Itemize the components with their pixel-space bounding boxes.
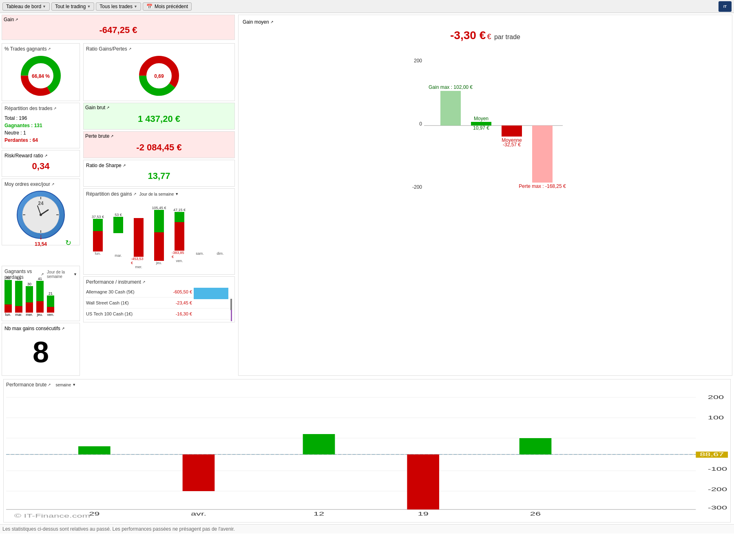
gagnants-expand[interactable]: ↗	[41, 272, 44, 276]
instrument-bar-container-2	[194, 310, 232, 318]
moy-label: Moy ordres exec/jour	[4, 181, 50, 187]
tableau-de-bord-arrow: ▼	[42, 4, 46, 9]
gagnants-day-arrow[interactable]: ▼	[73, 272, 77, 276]
gain-brut-label-row: Gain brut ↗	[85, 105, 233, 110]
perte-brute-expand[interactable]: ↗	[111, 134, 114, 138]
bar-mar: 53 mar.	[15, 277, 22, 317]
moy-expand[interactable]: ↗	[51, 182, 55, 186]
gain-moyen-panel: Gain moyen ↗ -3,30 € € par trade 200 0 -…	[238, 15, 732, 376]
risk-expand[interactable]: ↗	[44, 154, 48, 158]
repartition-label: Répartition des trades	[4, 106, 52, 111]
gains-jeu-red	[154, 232, 164, 261]
main-content: Gain ↗ -647,25 € % Trades gagnants ↗	[0, 13, 734, 524]
perf-brute-expand[interactable]: ↗	[48, 383, 51, 387]
svg-text:Perte max : -168,25 €: Perte max : -168,25 €	[519, 183, 566, 189]
perf-instrument-section: Performance / instrument ↗ Allemagne 30 …	[83, 276, 235, 322]
bar-lun-red	[4, 304, 12, 313]
gains-mer-spacer	[134, 202, 144, 218]
instrument-value-1: -23,45 €	[159, 300, 192, 305]
bar-jeu-green	[36, 281, 44, 301]
mois-precedent-button[interactable]: 📅 Mois précédent	[143, 2, 192, 11]
instrument-bar-container-0	[194, 288, 232, 296]
gain-moyen-expand[interactable]: ↗	[270, 20, 274, 24]
col-right: Ratio Gains/Pertes ↗	[82, 42, 237, 377]
svg-text:-300: -300	[708, 505, 727, 510]
tous-les-trades-button[interactable]: Tous les trades ▼	[96, 2, 141, 11]
gains-mer-bar	[134, 218, 144, 257]
bar-mer-label: 30	[27, 282, 31, 286]
repartition-gains-day-arrow[interactable]: ▼	[175, 192, 179, 196]
mois-precedent-label: Mois précédent	[155, 4, 188, 9]
perf-brute-sublabel: semaine	[55, 383, 71, 387]
instrument-bar-container-1	[194, 299, 232, 307]
svg-text:12: 12	[314, 511, 324, 516]
bar-mar-label: 53	[17, 277, 21, 281]
ratio-gains-label-row: Ratio Gains/Pertes ↗	[86, 46, 232, 52]
gain-brut-label: Gain brut	[85, 105, 105, 110]
gains-mer-day: mer.	[135, 265, 142, 269]
svg-rect-45	[78, 446, 111, 454]
svg-rect-48	[407, 454, 439, 509]
gains-mer-val: -453,53 €	[131, 257, 146, 265]
gains-ven-bar	[175, 222, 184, 251]
gains-dim-day: dim.	[217, 251, 223, 256]
sharpe-expand[interactable]: ↗	[123, 163, 126, 168]
gains-dim-spacer	[215, 215, 225, 251]
gain-brut-expand[interactable]: ↗	[106, 106, 110, 110]
tous-les-trades-arrow: ▼	[134, 4, 137, 9]
clock-container: 24 ↓	[16, 190, 65, 239]
ratio-gains-expand[interactable]: ↗	[128, 47, 132, 51]
instrument-value-0: -605,50 €	[159, 289, 192, 294]
ratio-gains-donut-container: 0,69	[86, 53, 232, 98]
repartition-gains-chart: 37,53 € lun. 53 € m	[86, 198, 232, 272]
tout-le-trading-label: Tout le trading	[55, 4, 86, 9]
svg-point-12	[40, 214, 42, 216]
pct-trades-label-row: % Trades gagnants ↗	[4, 46, 77, 52]
repartition-gagnantes: Gagnantes : 131	[4, 122, 77, 129]
gain-value: -647,25 €	[4, 22, 233, 38]
instrument-bar-2	[231, 310, 232, 321]
gain-moyen-title-row: Gain moyen ↗	[243, 19, 728, 25]
repartition-gains-expand[interactable]: ↗	[133, 192, 137, 196]
gains-jeu-val: 105,45 €	[152, 206, 166, 210]
gains-mar-val: 53 €	[115, 213, 122, 217]
gain-moyen-chart-area: 200 0 -200 Gain max : 102,00 € Moyen 10,	[243, 46, 728, 371]
ratio-gains-center: 0,69	[154, 73, 164, 79]
perf-instrument-label-row: Performance / instrument ↗	[86, 279, 232, 285]
perf-brute-week-arrow[interactable]: ▼	[72, 383, 76, 387]
gain-expand-icon[interactable]: ↗	[15, 18, 18, 22]
moy-value: 13,54	[35, 241, 47, 247]
svg-text:200: 200	[708, 395, 724, 400]
gains-ven-val: 47,15 €	[173, 208, 186, 212]
svg-text:88,67: 88,67	[700, 452, 724, 457]
bar-gains-sam: sam.	[192, 215, 208, 256]
perte-brute-section: Perte brute ↗ -2 084,45 €	[83, 131, 235, 158]
instrument-row-ustech: US Tech 100 Cash (1€) -16,30 €	[86, 309, 232, 320]
bar-gains-mer: -453,53 € mer.	[131, 202, 146, 269]
bar-lun-green	[4, 280, 12, 304]
svg-text:0: 0	[419, 121, 422, 127]
tous-les-trades-label: Tous les trades	[99, 4, 133, 9]
svg-text:19: 19	[418, 511, 429, 516]
bar-jeu-red	[36, 301, 44, 313]
tableau-de-bord-button[interactable]: Tableau de bord ▼	[2, 2, 50, 11]
pct-trades-expand[interactable]: ↗	[48, 47, 51, 51]
gagnants-chart: 51 lun. 53 mar.	[4, 282, 77, 318]
repartition-expand[interactable]: ↗	[53, 106, 57, 110]
svg-text:10,97 €: 10,97 €	[473, 125, 489, 131]
svg-rect-20	[440, 91, 461, 126]
perf-brute-label-row: Performance brute ↗ semaine ▼	[6, 382, 728, 388]
svg-text:-100: -100	[708, 466, 727, 472]
repartition-gains-sublabel: Jour de la semaine	[139, 192, 174, 196]
clock-widget: 24 ↓	[4, 187, 77, 243]
bar-mer-red	[26, 302, 33, 313]
bar-ven-red	[47, 307, 54, 313]
tout-le-trading-button[interactable]: Tout le trading ▼	[51, 2, 94, 11]
pct-trades-label: % Trades gagnants	[4, 46, 46, 52]
nb-expand[interactable]: ↗	[62, 326, 65, 331]
bar-jeu-label: 41	[38, 277, 42, 281]
risk-label: Risk/Reward ratio	[4, 153, 43, 159]
perf-instrument-expand[interactable]: ↗	[142, 280, 146, 284]
perte-brute-label: Perte brute	[85, 133, 109, 139]
top-row: Gain ↗ -647,25 € % Trades gagnants ↗	[0, 13, 734, 377]
